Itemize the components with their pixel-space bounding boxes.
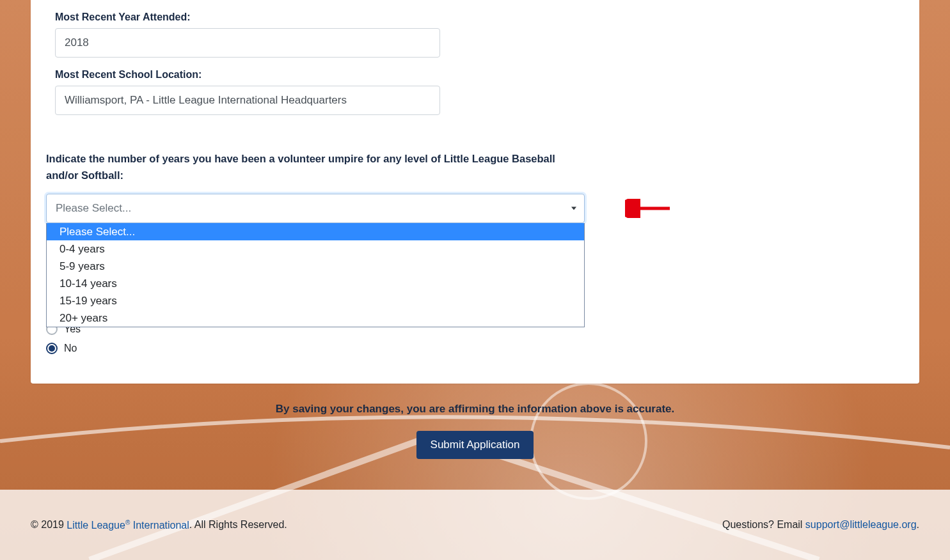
- select-placeholder-text: Please Select...: [56, 202, 131, 215]
- dropdown-option-5-9[interactable]: 5-9 years: [47, 258, 584, 275]
- annotation-arrow-icon: [625, 199, 676, 218]
- footer-support: Questions? Email support@littleleague.or…: [722, 519, 919, 531]
- application-form-card: Most Recent Year Attended: 2018 Most Rec…: [31, 0, 919, 384]
- chevron-down-icon: [571, 207, 576, 210]
- radio-button-checked-icon: [46, 343, 58, 354]
- submit-application-button[interactable]: Submit Application: [416, 431, 534, 459]
- year-attended-input[interactable]: 2018: [55, 28, 440, 58]
- dropdown-option-15-19[interactable]: 15-19 years: [47, 292, 584, 309]
- dropdown-option-please-select[interactable]: Please Select...: [47, 223, 584, 240]
- school-location-value: Williamsport, PA - Little League Interna…: [65, 94, 347, 107]
- year-attended-label: Most Recent Year Attended:: [55, 12, 895, 23]
- footer: © 2019 Little League® International. All…: [0, 490, 950, 560]
- years-volunteer-dropdown: Please Select... 0-4 years 5-9 years 10-…: [46, 223, 585, 327]
- years-volunteer-select-wrapper: Please Select... Please Select... 0-4 ye…: [46, 194, 585, 223]
- affirm-section: By saving your changes, you are affirmin…: [0, 403, 950, 459]
- affirm-text: By saving your changes, you are affirmin…: [0, 403, 950, 416]
- dropdown-option-0-4[interactable]: 0-4 years: [47, 240, 584, 258]
- support-email-link[interactable]: support@littleleague.org: [805, 519, 917, 530]
- school-location-input[interactable]: Williamsport, PA - Little League Interna…: [55, 86, 440, 115]
- dropdown-option-20-plus[interactable]: 20+ years: [47, 309, 584, 327]
- years-volunteer-select[interactable]: Please Select...: [46, 194, 585, 223]
- school-location-label: Most Recent School Location:: [55, 69, 895, 81]
- dropdown-option-10-14[interactable]: 10-14 years: [47, 275, 584, 292]
- radio-no[interactable]: No: [46, 339, 81, 358]
- radio-no-label: No: [64, 343, 77, 354]
- years-volunteer-question: Indicate the number of years you have be…: [46, 151, 577, 183]
- year-attended-value: 2018: [65, 36, 89, 49]
- footer-copyright: © 2019 Little League® International. All…: [31, 518, 722, 531]
- little-league-link[interactable]: Little League® International: [67, 520, 189, 531]
